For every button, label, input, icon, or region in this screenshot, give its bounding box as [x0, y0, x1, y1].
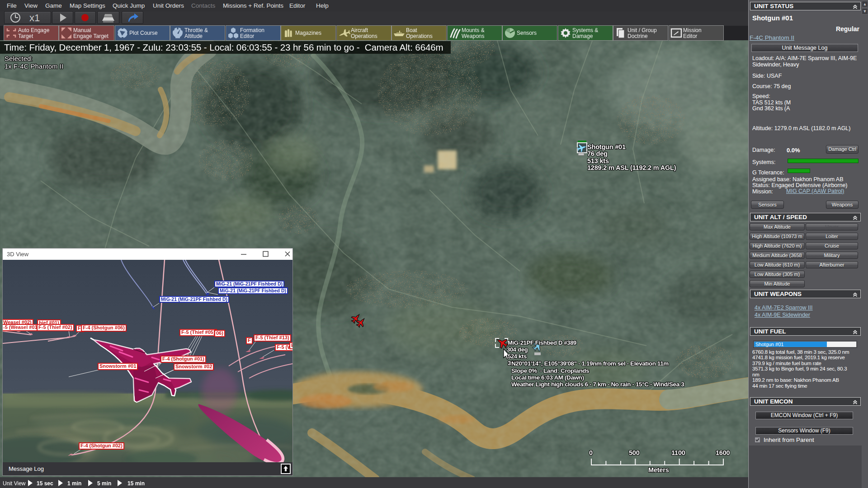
svg-text:x1: x1	[29, 12, 40, 23]
